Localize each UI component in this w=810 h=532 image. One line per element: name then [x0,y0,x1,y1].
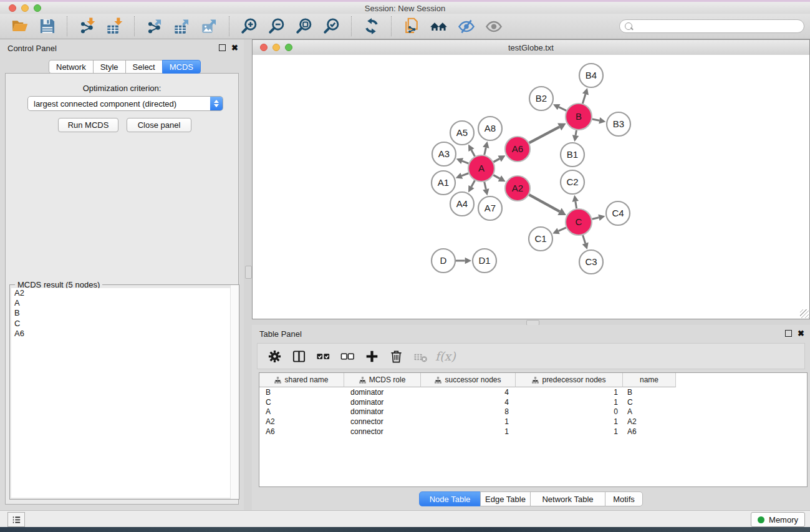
zoom-fit-button[interactable] [295,17,314,36]
table-row[interactable]: Bdominator41B [259,387,807,397]
copy-network-button[interactable] [402,17,421,36]
column-header-name[interactable]: name [623,373,676,387]
status-bar: Memory [0,510,810,527]
list-icon [11,515,22,525]
split-table-button[interactable] [291,348,307,364]
table-delete-button[interactable] [413,348,429,364]
window-resize-grip[interactable] [800,309,809,318]
zoom-selected-button[interactable] [322,17,341,36]
panel-divider-vertical[interactable] [244,39,252,510]
graph-node-label: A3 [438,148,450,159]
graph-edge[interactable] [485,148,486,155]
graph-edge[interactable] [582,94,586,104]
mcds-result-item[interactable]: A [11,298,238,308]
graph-edge[interactable] [471,150,475,156]
criterion-select[interactable]: largest connected component (directed) [27,96,223,111]
graph-edge[interactable] [461,173,468,176]
column-header-shared-name[interactable]: shared name [259,373,344,387]
open-folder-button[interactable] [11,17,29,36]
graph-edge[interactable] [583,235,586,243]
search-box[interactable] [619,19,804,33]
graph-edge[interactable] [529,127,560,143]
gear-button[interactable] [267,348,283,364]
graph-edge[interactable] [529,195,559,211]
tab-node-table[interactable]: Node Table [419,491,481,506]
network-canvas[interactable]: B4B2BB3A8A5A6A3B1AA1C2A2A4A7C4CC1C3DD1 [253,55,809,319]
graph-edge[interactable] [462,161,468,163]
tab-network-table[interactable]: Network Table [530,491,605,506]
graph-edge[interactable] [592,119,600,120]
checked-boxes-icon [316,349,330,364]
memory-label: Memory [769,515,798,525]
tab-edge-table[interactable]: Edge Table [480,491,531,506]
eye-slash-button[interactable] [457,17,476,36]
zoom-in-button[interactable] [240,17,259,36]
table-row[interactable]: A2connector11A2 [259,417,807,427]
table-cell: connector [344,417,421,426]
float-panel-icon[interactable] [785,330,792,337]
export-network-button[interactable] [145,17,164,36]
network-window-titlebar[interactable]: testGlobe.txt [253,40,809,56]
graph-node-label: A2 [512,183,523,193]
zoom-selected-icon [323,17,340,35]
graph-edge[interactable] [592,218,599,219]
memory-button[interactable]: Memory [751,512,805,527]
divider-grip-icon[interactable] [245,266,252,279]
plus-button[interactable] [364,348,380,364]
graph-edge[interactable] [471,180,475,186]
save-floppy-button[interactable] [38,17,57,36]
menu-list-button[interactable] [7,512,25,527]
graph-node-label: B [576,111,582,122]
graph-edge[interactable] [559,228,566,231]
panel-divider-horizontal[interactable] [252,319,810,325]
table-row[interactable]: A6connector11A6 [259,427,807,437]
tab-motifs[interactable]: Motifs [605,491,643,506]
search-input[interactable] [632,22,804,31]
export-table-button[interactable] [173,17,191,36]
graph-edge[interactable] [576,201,577,208]
network-graph[interactable]: B4B2BB3A8A5A6A3B1AA1C2A2A4A7C4CC1C3DD1 [253,55,809,319]
close-panel-button[interactable]: Close panel [127,118,191,132]
mcds-result-item[interactable]: B [11,308,238,318]
mcds-result-item[interactable]: A2 [11,288,238,298]
import-table-button[interactable] [105,17,124,36]
close-panel-icon[interactable]: ✖ [231,44,238,51]
import-network-button[interactable] [78,17,97,36]
toolbar-buttons [0,16,508,36]
list-scrollbar[interactable] [230,285,239,499]
unchecked-boxes-button[interactable] [340,348,356,364]
tab-network[interactable]: Network [49,60,94,74]
mcds-result-item[interactable]: C [11,319,238,329]
refresh-button[interactable] [362,17,381,36]
graph-edge[interactable] [485,181,486,189]
tab-select[interactable]: Select [125,60,163,74]
close-panel-icon[interactable]: ✖ [798,330,804,337]
table-row[interactable]: Cdominator41C [259,397,807,407]
edge-arrow-icon [599,117,605,123]
zoom-out-button[interactable] [268,17,286,36]
trash-button[interactable] [388,348,405,364]
edge-arrow-icon [598,215,605,221]
column-header-predecessor-nodes[interactable]: predecessor nodes [516,373,623,387]
trash-icon [389,349,403,364]
graph-edge[interactable] [493,158,499,162]
float-panel-icon[interactable] [219,44,226,51]
control-panel-tabs: NetworkStyleSelectMCDS [49,60,201,74]
table-row[interactable]: Adominator80A [259,407,807,417]
run-mcds-button[interactable]: Run MCDS [58,118,118,132]
optimization-criterion-label: Optimization criterion: [6,84,238,93]
checked-boxes-button[interactable] [316,348,332,364]
graph-edge[interactable] [576,130,576,135]
export-image-button[interactable] [200,17,219,36]
edge-arrow-icon [483,142,489,148]
tab-mcds[interactable]: MCDS [162,60,201,74]
eye-button[interactable] [485,17,503,36]
double-home-button[interactable] [430,17,448,36]
function-builder-button[interactable]: f(x) [435,349,456,363]
graph-edge[interactable] [559,107,566,111]
graph-edge[interactable] [493,175,499,179]
column-header-successor-nodes[interactable]: successor nodes [421,373,516,387]
column-header-MCDS-role[interactable]: MCDS role [344,373,421,387]
tab-style[interactable]: Style [93,60,126,74]
mcds-result-item[interactable]: A6 [11,329,238,339]
